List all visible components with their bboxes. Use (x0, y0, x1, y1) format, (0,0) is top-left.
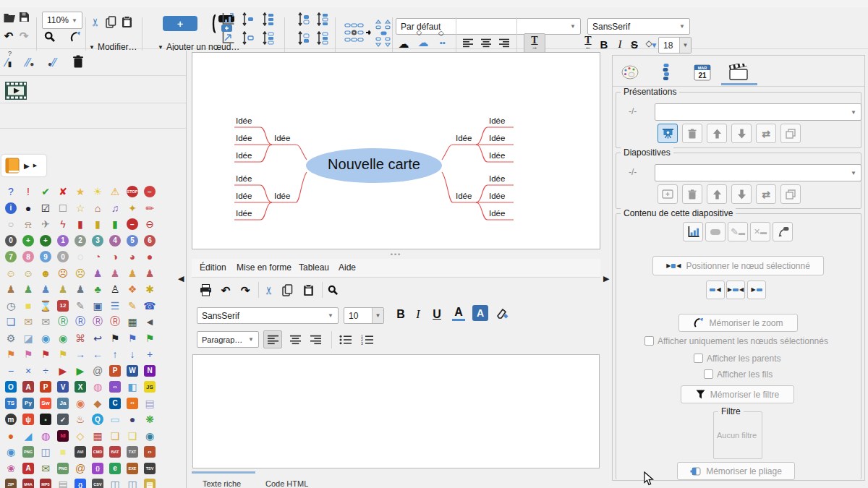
remove-slide-node-button[interactable]: ✕▬ (750, 222, 770, 241)
align-left-button[interactable] (461, 36, 475, 49)
align-right-button[interactable] (498, 36, 511, 49)
memorize-filter-button[interactable]: Mémoriser le filtre (681, 385, 794, 403)
palette-icon[interactable]: ◍ (37, 428, 54, 444)
edge-style-button[interactable]: ◇▪▪ (435, 35, 451, 51)
palette-icon[interactable]: ◉ (72, 395, 89, 411)
palette-icon[interactable]: ▣ (89, 298, 106, 314)
palette-icon[interactable]: ÷ (37, 363, 54, 379)
palette-icon[interactable]: ✔ (37, 184, 54, 200)
map-node-label[interactable]: Idée (489, 134, 505, 142)
move-slide-up-button[interactable] (707, 184, 727, 204)
palette-icon[interactable]: ✎ (72, 298, 89, 314)
presentation-select[interactable]: ▼ (655, 103, 861, 121)
note-italic-button[interactable]: I (414, 307, 422, 321)
note-font-color-button[interactable]: A (452, 307, 465, 321)
palette-icon[interactable]: e (106, 461, 124, 476)
tab-calendar[interactable]: MAR 21 (689, 63, 715, 82)
palette-icon[interactable]: ◇ (72, 428, 89, 444)
palette-icon[interactable]: Q (89, 411, 106, 427)
palette-icon[interactable]: ❀ (2, 461, 20, 476)
set-slide-node-button[interactable] (705, 222, 726, 241)
mindmap-canvas[interactable]: Nouvelle carte Idée Idée Idée Idée Idée … (192, 52, 600, 249)
delete-slide-button[interactable] (682, 184, 702, 204)
palette-icon[interactable]: ❋ (141, 411, 158, 427)
note-copy-button[interactable] (281, 283, 294, 297)
palette-icon[interactable]: ✉ (37, 461, 54, 476)
goto-slide-node-button[interactable] (773, 222, 793, 241)
copy-format-button[interactable]: T→ (524, 33, 545, 53)
palette-icon[interactable]: ❏ (2, 314, 20, 330)
palette-icon[interactable]: ● (124, 411, 141, 427)
cut-button[interactable]: ✂ (88, 14, 101, 29)
node-vgap-alt-button[interactable] (241, 30, 255, 45)
palette-icon[interactable]: ← (89, 346, 106, 362)
zoom-select[interactable]: 110%▼ (42, 12, 82, 29)
add-node-button[interactable]: ＋ (163, 16, 197, 31)
map-node-label[interactable]: Idée (274, 192, 290, 200)
palette-icon[interactable]: ♟ (106, 265, 124, 281)
list-spacing-alt-button[interactable] (315, 30, 330, 45)
palette-icon[interactable]: ♣ (89, 281, 106, 297)
map-node-label[interactable]: Idée (456, 134, 472, 142)
palette-icon[interactable]: 2 (72, 233, 89, 249)
copy-presentation-button[interactable] (780, 124, 801, 143)
palette-icon[interactable]: TXT (124, 444, 141, 460)
palette-icon[interactable]: ☐ (54, 200, 72, 216)
palette-icon[interactable]: Ⓡ (106, 314, 124, 330)
palette-icon[interactable]: X (72, 379, 89, 395)
palette-icon[interactable]: − (124, 216, 141, 232)
palette-icon[interactable]: ☆ (72, 200, 89, 216)
quicksearch-button[interactable] (43, 30, 56, 43)
palette-icon[interactable]: ⚙ (2, 330, 20, 346)
palette-icon[interactable]: ♙ (106, 281, 124, 297)
map-node-label[interactable]: Idée (236, 174, 252, 183)
palette-icon[interactable]: ◕ (124, 249, 141, 265)
palette-icon[interactable]: 4 (106, 233, 124, 249)
spacing-button[interactable] (297, 12, 311, 26)
palette-icon[interactable]: ◫ (37, 444, 54, 460)
font-family-select[interactable]: SansSerif▼ (587, 18, 690, 35)
map-node-label[interactable]: Idée (489, 192, 505, 200)
collapse-right-panel-arrow[interactable]: ▶ (603, 274, 609, 283)
palette-icon[interactable]: ◔ (89, 249, 106, 265)
note-bold-button[interactable]: B (394, 307, 407, 321)
palette-icon[interactable]: ⌛ (37, 298, 54, 314)
palette-icon[interactable]: ▦ (124, 314, 141, 330)
palette-icon[interactable]: Ⓡ (89, 314, 106, 330)
strikethrough-button[interactable]: S (629, 36, 640, 51)
map-node-label[interactable]: Idée (489, 174, 505, 183)
palette-icon[interactable]: P (106, 363, 124, 379)
palette-icon[interactable]: ◉ (141, 428, 158, 444)
map-root-node[interactable]: Nouvelle carte (306, 156, 442, 173)
palette-icon[interactable]: i (2, 200, 20, 216)
copy-format-pen-button[interactable]: ⁄⁄● (26, 56, 34, 69)
align-center-button[interactable] (480, 36, 493, 49)
palette-icon[interactable]: ‹› (124, 395, 141, 411)
palette-icon[interactable]: 0 (54, 249, 72, 265)
splitter-handle[interactable]: ••• (192, 250, 600, 258)
palette-icon[interactable]: ‹› (106, 379, 124, 395)
palette-icon[interactable]: m (2, 411, 20, 427)
media-icon-button[interactable] (4, 81, 27, 100)
map-node-label[interactable]: Idée (274, 134, 290, 142)
palette-icon[interactable]: STOP (124, 184, 141, 200)
palette-icon[interactable]: ☺ (20, 265, 37, 281)
palette-icon[interactable]: ◉ (2, 444, 20, 460)
palette-icon[interactable]: ○ (2, 216, 20, 232)
map-node-label[interactable]: Idée (489, 151, 505, 160)
palette-icon[interactable]: ✓ (54, 411, 72, 427)
palette-icon[interactable]: CSV (89, 476, 106, 488)
palette-icon[interactable]: ⍾ (20, 216, 37, 232)
palette-icon[interactable]: M4A (20, 476, 37, 488)
palette-icon[interactable]: ✏ (141, 200, 158, 216)
note-redo-button[interactable]: ↷ (239, 283, 252, 297)
fold-right-button[interactable]: ▶ (747, 281, 766, 299)
tab-texte-riche[interactable]: Texte riche (203, 479, 241, 488)
palette-icon[interactable]: {} (72, 476, 89, 488)
palette-icon[interactable]: ◉ (37, 330, 54, 346)
menu-tableau[interactable]: Tableau (299, 262, 329, 273)
palette-icon[interactable]: ✉ (37, 314, 54, 330)
palette-icon[interactable]: ◑ (106, 249, 124, 265)
palette-icon[interactable]: ▮ (106, 216, 124, 232)
chart-layout-alt-button[interactable] (221, 30, 235, 45)
